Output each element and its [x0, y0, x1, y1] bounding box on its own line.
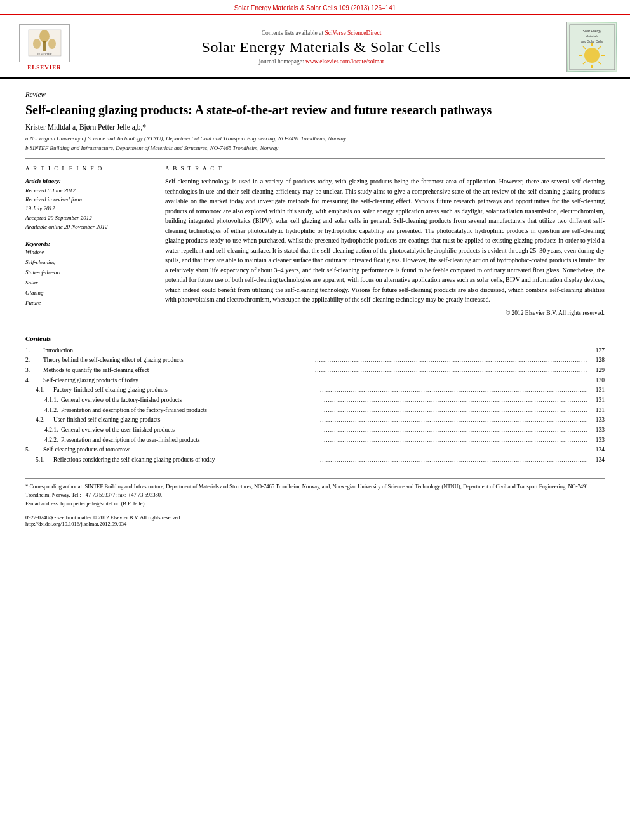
available-date: Available online 20 November 2012	[25, 222, 152, 231]
toc-dots: ........................................…	[313, 376, 587, 386]
keyword-item: Future	[25, 298, 152, 308]
toc-dots: ........................................…	[318, 385, 587, 396]
elsevier-logo-box: ELSEVIER	[19, 24, 70, 62]
svg-point-1	[39, 30, 50, 43]
toc-item: 4.2.1.General overview of the user-finis…	[25, 425, 605, 436]
toc-title: Presentation and description of the user…	[61, 436, 322, 446]
toc-item: 4.Self-cleaning glazing products of toda…	[25, 376, 605, 386]
elsevier-text: ELSEVIER	[27, 64, 62, 70]
toc-title: Self-cleaning glazing products of today	[43, 376, 313, 386]
toc-dots: ........................................…	[322, 396, 587, 406]
toc-title: Presentation and description of the fact…	[61, 406, 322, 416]
keyword-item: Glazing	[25, 288, 152, 298]
toc-item: 4.2.2.Presentation and description of th…	[25, 436, 605, 446]
svg-point-11	[584, 48, 600, 63]
left-column: A R T I C L E I N F O Article history: R…	[25, 165, 152, 316]
homepage-link[interactable]: www.elsevier.com/locate/solmat	[305, 58, 384, 65]
keyword-item: Window	[25, 247, 152, 257]
toc-page: 133	[587, 436, 605, 446]
article-title: Self-cleaning glazing products: A state-…	[25, 102, 605, 118]
toc-title: General overview of the factory-finished…	[61, 396, 322, 406]
toc-title: Self-cleaning products of tomorrow	[43, 445, 313, 455]
toc-num: 4.1.2.	[25, 406, 61, 416]
toc-num: 2.	[25, 356, 43, 366]
email-suffix: (B.P. Jelle).	[121, 500, 145, 507]
keywords-section: Keywords: WindowSelf-cleaningState-of-th…	[25, 241, 152, 309]
toc-item: 5.Self-cleaning products of tomorrow....…	[25, 445, 605, 455]
toc-page: 131	[587, 385, 605, 396]
received-date: Received 8 June 2012	[25, 186, 152, 195]
main-content: Review Self-cleaning glazing products: A…	[0, 79, 630, 540]
toc-title: General overview of the user-finished pr…	[61, 425, 322, 436]
toc-num: 5.	[25, 445, 43, 455]
toc-dots: ........................................…	[313, 356, 587, 366]
toc-dots: ........................................…	[318, 455, 587, 465]
abstract-text: Self-cleaning technology is used in a va…	[165, 177, 605, 305]
authors: Krister Midtdal a, Bjørn Petter Jelle a,…	[25, 123, 605, 131]
toc-item: 4.1.2.Presentation and description of th…	[25, 406, 605, 416]
journal-title: Solar Energy Materials & Solar Cells	[76, 39, 566, 56]
copyright-line: © 2012 Elsevier B.V. All rights reserved…	[165, 310, 605, 316]
toc-num: 4.1.1.	[25, 396, 61, 406]
toc-num: 4.2.2.	[25, 436, 61, 446]
toc-page: 134	[587, 445, 605, 455]
sciencedirect-link[interactable]: SciVerse ScienceDirect	[325, 30, 381, 36]
toc-dots: ........................................…	[318, 415, 587, 425]
toc-dots: ........................................…	[322, 436, 587, 446]
toc-dots: ........................................…	[322, 425, 587, 436]
journal-cover-svg: Solar Energy Materials and Solar Cells	[568, 23, 616, 71]
toc-title: Methods to quantify the self-cleaning ef…	[43, 366, 313, 376]
toc-num: 4.1.	[25, 385, 53, 396]
bottom-copyright: 0927-0248/$ - see front matter © 2012 El…	[25, 514, 605, 527]
corresponding-note: * Corresponding author at: SINTEF Buildi…	[25, 483, 605, 499]
toc-page: 129	[587, 366, 605, 376]
svg-rect-2	[43, 41, 46, 51]
toc-page: 131	[587, 396, 605, 406]
svg-text:ELSEVIER: ELSEVIER	[37, 53, 52, 56]
toc-item: 4.1.1.General overview of the factory-fi…	[25, 396, 605, 406]
revised-label: Received in revised form	[25, 195, 152, 204]
toc-page: 130	[587, 376, 605, 386]
toc-title: User-finished self-cleaning glazing prod…	[53, 415, 318, 425]
email-line: E-mail address: bjorn.petter.jelle@sinte…	[25, 500, 605, 508]
abstract-heading: A B S T R A C T	[165, 165, 605, 171]
toc-title: Factory-finished self-cleaning glazing p…	[53, 385, 318, 396]
elsevier-logo-svg: ELSEVIER	[27, 29, 62, 57]
toc-title: Reflections considering the self-cleanin…	[53, 455, 318, 465]
toc-title: Theory behind the self-cleaning effect o…	[43, 356, 313, 366]
toc-item: 4.2.User-finished self-cleaning glazing …	[25, 415, 605, 425]
toc-page: 134	[587, 455, 605, 465]
keywords-list: WindowSelf-cleaningState-of-the-artSolar…	[25, 247, 152, 309]
toc-dots: ........................................…	[313, 346, 587, 356]
elsevier-logo-area: ELSEVIER ELSEVIER	[13, 24, 76, 70]
toc-num: 1.	[25, 346, 43, 356]
toc-item: 5.1.Reflections considering the self-cle…	[25, 455, 605, 465]
keyword-item: State-of-the-art	[25, 267, 152, 277]
toc-page: 128	[587, 356, 605, 366]
journal-cover-image: Solar Energy Materials and Solar Cells	[566, 22, 617, 72]
divider-1	[25, 158, 605, 159]
homepage-line: journal homepage: www.elsevier.com/locat…	[76, 58, 566, 65]
svg-text:Materials: Materials	[585, 34, 598, 38]
keywords-label: Keywords:	[25, 241, 152, 247]
toc-num: 3.	[25, 366, 43, 376]
bottom-copyright-text: 0927-0248/$ - see front matter © 2012 El…	[25, 514, 605, 521]
accepted-date: Accepted 29 September 2012	[25, 213, 152, 222]
toc-page: 133	[587, 415, 605, 425]
email-link[interactable]: bjorn.petter.jelle@sintef.no	[60, 500, 119, 507]
toc-dots: ........................................…	[322, 406, 587, 416]
footer-area: * Corresponding author at: SINTEF Buildi…	[25, 478, 605, 527]
history-label: Article history:	[25, 178, 61, 184]
authors-text: Krister Midtdal a, Bjørn Petter Jelle a,…	[25, 123, 146, 131]
contents-heading: Contents	[25, 335, 605, 342]
affiliation-a: a Norwegian University of Science and Te…	[25, 135, 605, 143]
toc-dots: ........................................…	[313, 445, 587, 455]
toc-dots: ........................................…	[313, 366, 587, 376]
corresponding-text: * Corresponding author at: SINTEF Buildi…	[25, 483, 589, 498]
article-history: Article history: Received 8 June 2012 Re…	[25, 177, 152, 231]
citation-text: Solar Energy Materials & Solar Cells 109…	[234, 4, 396, 11]
article-body-columns: A R T I C L E I N F O Article history: R…	[25, 165, 605, 316]
toc-page: 127	[587, 346, 605, 356]
toc-item: 3.Methods to quantify the self-cleaning …	[25, 366, 605, 376]
affiliation-b: b SINTEF Building and Infrastructure, De…	[25, 144, 605, 152]
